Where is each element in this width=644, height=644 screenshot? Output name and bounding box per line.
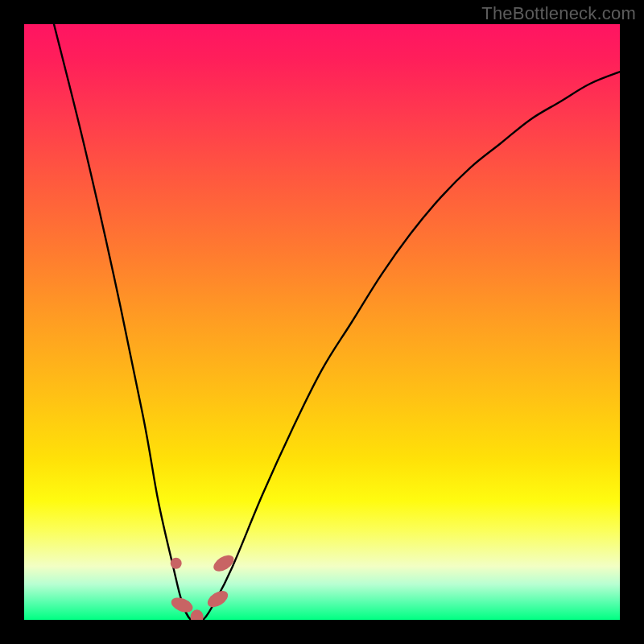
min-left-dot (171, 558, 182, 569)
min-left-blob (169, 595, 195, 615)
marker-group (169, 551, 237, 620)
min-floor-blob (191, 609, 204, 620)
bottleneck-curve (54, 24, 620, 620)
chart-stage: TheBottleneck.com (0, 0, 644, 644)
min-right-top (211, 551, 237, 574)
plot-area (24, 24, 620, 620)
curve-layer (24, 24, 620, 620)
min-right-blob (204, 588, 230, 610)
watermark-text: TheBottleneck.com (481, 3, 636, 24)
